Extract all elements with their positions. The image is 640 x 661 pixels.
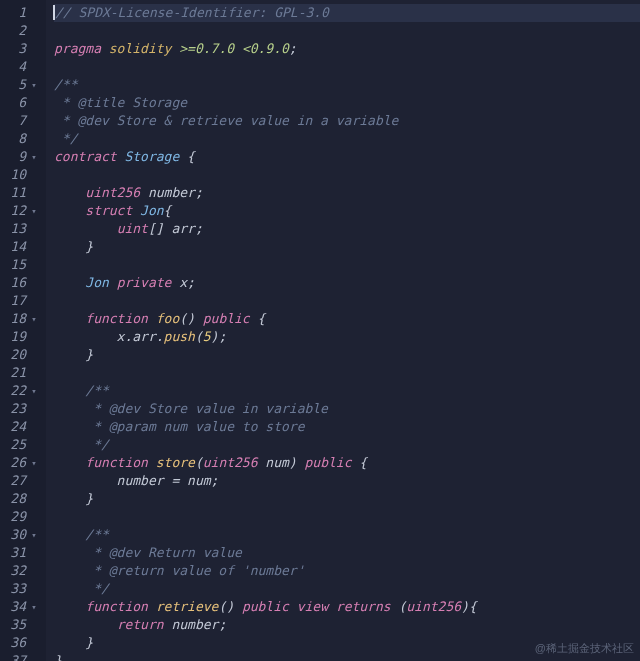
code-line[interactable]: return number; xyxy=(54,616,640,634)
code-token: // SPDX-License-Identifier: GPL-3.0 xyxy=(55,5,329,20)
code-token: } xyxy=(54,653,62,661)
fold-toggle-icon[interactable]: ▾ xyxy=(30,526,38,544)
line-number: 3 xyxy=(8,40,26,58)
code-token: { xyxy=(187,149,195,164)
code-line[interactable]: } xyxy=(54,490,640,508)
code-line[interactable]: /** xyxy=(54,526,640,544)
code-token: [] xyxy=(148,221,164,236)
code-line[interactable]: contract Storage { xyxy=(54,148,640,166)
code-token: function xyxy=(85,455,148,470)
fold-toggle-icon[interactable]: ▾ xyxy=(30,202,38,220)
code-line[interactable] xyxy=(54,364,640,382)
code-line[interactable] xyxy=(54,22,640,40)
line-number: 6 xyxy=(8,94,26,112)
code-editor[interactable]: 12345▾6789▾101112▾131415161718▾19202122▾… xyxy=(0,0,640,661)
code-line[interactable]: function retrieve() public view returns … xyxy=(54,598,640,616)
fold-toggle-icon[interactable]: ▾ xyxy=(30,598,38,616)
code-line[interactable]: struct Jon{ xyxy=(54,202,640,220)
gutter-row: 12▾ xyxy=(4,202,38,220)
code-area[interactable]: // SPDX-License-Identifier: GPL-3.0pragm… xyxy=(46,0,640,661)
code-line[interactable]: * @dev Store value in variable xyxy=(54,400,640,418)
code-token: ( xyxy=(195,329,203,344)
code-token xyxy=(54,401,93,416)
code-token: () xyxy=(179,311,195,326)
code-token: foo xyxy=(156,311,179,326)
code-token: /** xyxy=(85,527,108,542)
code-token xyxy=(54,635,85,650)
code-token xyxy=(250,311,258,326)
gutter-row: 6 xyxy=(4,94,38,112)
code-token: } xyxy=(85,239,93,254)
code-line[interactable]: uint256 number; xyxy=(54,184,640,202)
code-token: ; xyxy=(289,41,297,56)
code-line[interactable]: x.arr.push(5); xyxy=(54,328,640,346)
fold-toggle-icon[interactable]: ▾ xyxy=(30,454,38,472)
code-line[interactable]: number = num; xyxy=(54,472,640,490)
line-number: 19 xyxy=(8,328,26,346)
code-line[interactable]: uint[] arr; xyxy=(54,220,640,238)
line-number: 12 xyxy=(8,202,26,220)
fold-toggle-icon[interactable]: ▾ xyxy=(30,382,38,400)
gutter-row: 16 xyxy=(4,274,38,292)
code-token: ; xyxy=(218,329,226,344)
code-line[interactable]: function store(uint256 num) public { xyxy=(54,454,640,472)
code-token: function xyxy=(85,599,148,614)
code-token xyxy=(132,203,140,218)
code-token: view xyxy=(297,599,328,614)
fold-toggle-icon[interactable]: ▾ xyxy=(30,310,38,328)
line-number: 36 xyxy=(8,634,26,652)
code-token xyxy=(54,203,85,218)
code-token: function xyxy=(85,311,148,326)
code-token xyxy=(234,599,242,614)
line-number: 31 xyxy=(8,544,26,562)
code-token xyxy=(54,545,93,560)
code-line[interactable]: * @dev Store & retrieve value in a varia… xyxy=(54,112,640,130)
code-line[interactable] xyxy=(54,292,640,310)
code-token xyxy=(289,599,297,614)
code-token: num xyxy=(179,473,210,488)
gutter-row: 35 xyxy=(4,616,38,634)
code-line[interactable] xyxy=(54,58,640,76)
code-line[interactable]: * @param num value to store xyxy=(54,418,640,436)
code-line[interactable]: * @dev Return value xyxy=(54,544,640,562)
code-line[interactable]: // SPDX-License-Identifier: GPL-3.0 xyxy=(54,4,640,22)
code-token xyxy=(54,581,93,596)
code-line[interactable]: } xyxy=(54,238,640,256)
gutter-row: 27 xyxy=(4,472,38,490)
code-token: uint256 xyxy=(85,185,140,200)
code-token xyxy=(195,311,203,326)
code-token: ; xyxy=(195,221,203,236)
code-line[interactable] xyxy=(54,256,640,274)
code-line[interactable]: /** xyxy=(54,76,640,94)
fold-toggle-icon[interactable]: ▾ xyxy=(30,76,38,94)
code-line[interactable]: */ xyxy=(54,580,640,598)
line-number: 25 xyxy=(8,436,26,454)
line-number: 7 xyxy=(8,112,26,130)
gutter-row: 18▾ xyxy=(4,310,38,328)
code-line[interactable]: /** xyxy=(54,382,640,400)
code-token xyxy=(54,491,85,506)
code-line[interactable] xyxy=(54,508,640,526)
code-line[interactable]: * @title Storage xyxy=(54,94,640,112)
gutter-row: 14 xyxy=(4,238,38,256)
fold-toggle-icon[interactable]: ▾ xyxy=(30,148,38,166)
gutter-row: 9▾ xyxy=(4,148,38,166)
code-line[interactable]: */ xyxy=(54,436,640,454)
code-token: ; xyxy=(218,617,226,632)
gutter-row: 36 xyxy=(4,634,38,652)
code-line[interactable]: */ xyxy=(54,130,640,148)
code-line[interactable] xyxy=(54,166,640,184)
code-token: } xyxy=(85,347,93,362)
line-number: 33 xyxy=(8,580,26,598)
code-line[interactable]: } xyxy=(54,346,640,364)
code-token: ; xyxy=(187,275,195,290)
code-line[interactable]: pragma solidity >=0.7.0 <0.9.0; xyxy=(54,40,640,58)
code-line[interactable]: function foo() public { xyxy=(54,310,640,328)
code-line[interactable]: * @return value of 'number' xyxy=(54,562,640,580)
line-number: 17 xyxy=(8,292,26,310)
code-line[interactable]: Jon private x; xyxy=(54,274,640,292)
code-token: * @return value of 'number' xyxy=(93,563,304,578)
code-token: */ xyxy=(54,131,77,146)
code-token xyxy=(54,239,85,254)
code-token: return xyxy=(117,617,164,632)
